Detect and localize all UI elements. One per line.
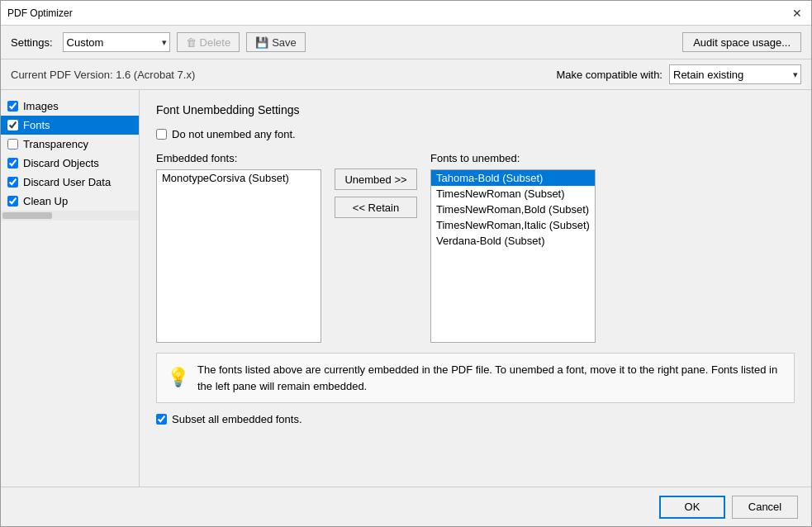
discard-user-data-checkbox[interactable] (7, 177, 18, 188)
discard-objects-checkbox[interactable] (7, 158, 18, 169)
embedded-font-item-0[interactable]: MonotypeCorsiva (Subset) (157, 170, 321, 186)
fonts-to-unembed-label: Fonts to unembed: (430, 152, 596, 164)
embedded-fonts-label: Embedded fonts: (156, 152, 321, 164)
unembed-button[interactable]: Unembed >> (335, 169, 417, 190)
info-text: The fonts listed above are currently emb… (197, 362, 784, 394)
subset-row: Subset all embedded fonts. (156, 413, 795, 425)
current-pdf-version: Current PDF Version: 1.6 (Acrobat 7.x) (11, 69, 195, 81)
sidebar-item-label-transparency: Transparency (23, 138, 88, 150)
sidebar-item-transparency[interactable]: Transparency (1, 135, 139, 154)
sidebar-item-discard-objects[interactable]: Discard Objects (1, 154, 139, 173)
make-compat-label: Make compatible with: (556, 69, 662, 81)
cancel-button[interactable]: Cancel (732, 496, 798, 519)
do-not-unembed-checkbox[interactable] (156, 129, 167, 140)
footer: OK Cancel (1, 487, 811, 526)
ok-button[interactable]: OK (659, 496, 725, 519)
settings-select[interactable]: Custom (63, 32, 170, 52)
compat-select[interactable]: Retain existing (669, 64, 801, 84)
sidebar-item-label-discard-user-data: Discard User Data (23, 176, 111, 188)
sidebar-item-label-images: Images (23, 100, 59, 112)
unembed-fonts-container: Fonts to unembed: Tahoma-Bold (Subset) T… (430, 152, 596, 343)
info-box: 💡 The fonts listed above are currently e… (156, 353, 795, 403)
sidebar-scrollbar[interactable] (1, 211, 139, 221)
toolbar: Settings: Custom 🗑 Delete 💾 Save Audit s… (1, 26, 811, 59)
main-panel: Font Unembedding Settings Do not unembed… (140, 90, 811, 487)
bulb-icon: 💡 (167, 363, 189, 391)
retain-button[interactable]: << Retain (335, 197, 417, 218)
unembed-font-item-1[interactable]: TimesNewRoman (Subset) (431, 186, 595, 202)
sidebar-item-discard-user-data[interactable]: Discard User Data (1, 173, 139, 192)
sidebar-item-images[interactable]: Images (1, 97, 139, 116)
scrollbar-thumb (2, 212, 52, 219)
compat-row: Current PDF Version: 1.6 (Acrobat 7.x) M… (1, 59, 811, 90)
subset-checkbox[interactable] (156, 414, 167, 425)
panel-title: Font Unembedding Settings (156, 103, 795, 116)
save-button[interactable]: 💾 Save (246, 32, 306, 52)
unembed-font-item-2[interactable]: TimesNewRoman,Bold (Subset) (431, 202, 595, 217)
delete-button[interactable]: 🗑 Delete (177, 32, 240, 52)
save-icon: 💾 (255, 36, 268, 49)
embedded-fonts-container: Embedded fonts: MonotypeCorsiva (Subset) (156, 152, 321, 343)
settings-label: Settings: (11, 36, 53, 49)
font-action-buttons: Unembed >> << Retain (328, 169, 424, 218)
fonts-checkbox[interactable] (7, 120, 18, 131)
font-panels: Embedded fonts: MonotypeCorsiva (Subset)… (156, 152, 795, 343)
compat-right: Make compatible with: Retain existing (556, 64, 801, 84)
sidebar-item-clean-up[interactable]: Clean Up (1, 192, 139, 211)
unembed-font-item-0[interactable]: Tahoma-Bold (Subset) (431, 170, 595, 186)
sidebar-item-label-clean-up: Clean Up (23, 195, 68, 207)
audit-button[interactable]: Audit space usage... (682, 32, 801, 52)
sidebar-item-label-discard-objects: Discard Objects (23, 157, 99, 169)
do-not-unembed-label[interactable]: Do not unembed any font. (172, 128, 296, 140)
unembed-fonts-list[interactable]: Tahoma-Bold (Subset) TimesNewRoman (Subs… (430, 169, 596, 343)
title-bar: PDF Optimizer ✕ (1, 1, 811, 26)
unembed-font-item-3[interactable]: TimesNewRoman,Italic (Subset) (431, 217, 595, 233)
clean-up-checkbox[interactable] (7, 196, 18, 207)
delete-icon: 🗑 (186, 36, 197, 49)
images-checkbox[interactable] (7, 101, 18, 112)
pdf-optimizer-window: PDF Optimizer ✕ Settings: Custom 🗑 Delet… (0, 0, 812, 527)
subset-label[interactable]: Subset all embedded fonts. (172, 413, 302, 425)
settings-select-wrapper: Custom (63, 32, 170, 52)
sidebar-item-label-fonts: Fonts (23, 119, 50, 131)
window-title: PDF Optimizer (7, 7, 73, 19)
do-not-unembed-row: Do not unembed any font. (156, 128, 795, 140)
unembed-font-item-4[interactable]: Verdana-Bold (Subset) (431, 233, 595, 249)
main-content: Images Fonts Transparency Discard Object… (1, 90, 811, 487)
compat-select-wrapper: Retain existing (669, 64, 801, 84)
close-button[interactable]: ✕ (790, 6, 805, 21)
sidebar: Images Fonts Transparency Discard Object… (1, 90, 140, 487)
embedded-fonts-list[interactable]: MonotypeCorsiva (Subset) (156, 169, 321, 343)
sidebar-item-fonts[interactable]: Fonts (1, 116, 139, 135)
transparency-checkbox[interactable] (7, 139, 18, 150)
